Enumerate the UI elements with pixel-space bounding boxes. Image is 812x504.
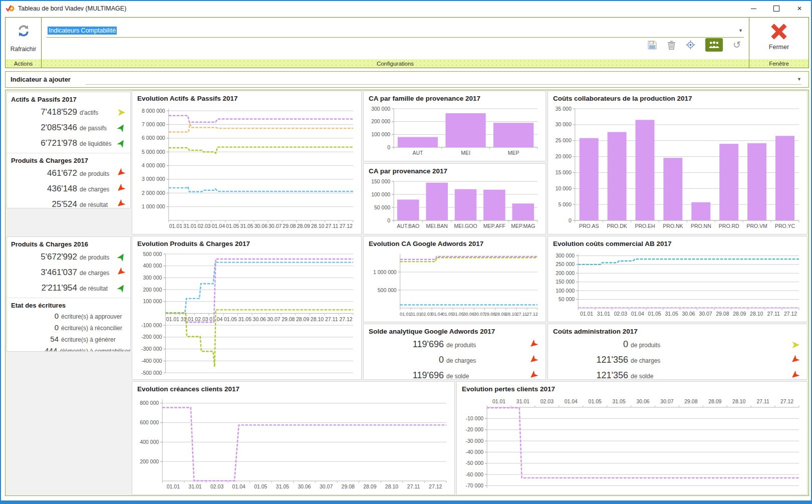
panel-evolution-ca-adwords: Evolution CA Google Adwords 2017 1 000 0… xyxy=(363,236,546,322)
kpi-value: 119'696 xyxy=(364,339,444,350)
panel-ca-provenance: CA par provenance 2017 150 000100 00050 … xyxy=(363,163,546,234)
svg-text:01.04: 01.04 xyxy=(565,398,578,404)
svg-text:31.01: 31.01 xyxy=(188,483,201,489)
svg-text:30.07: 30.07 xyxy=(699,311,712,317)
chart-canvas: 800 000600 000400 000200 00001.0131.0102… xyxy=(133,395,452,493)
kpi-label: de charges xyxy=(80,186,109,193)
trash-icon xyxy=(667,40,676,50)
svg-text:31.05: 31.05 xyxy=(665,311,678,317)
svg-text:150 000: 150 000 xyxy=(371,178,390,184)
svg-text:PRO.NN: PRO.NN xyxy=(691,223,711,229)
kpi-value: 119'696 xyxy=(364,370,444,380)
kpi-row: 0de produits➤ xyxy=(548,337,807,353)
svg-text:01.01: 01.01 xyxy=(400,312,411,317)
svg-text:400 000: 400 000 xyxy=(143,263,162,269)
svg-text:MEI.GOO: MEI.GOO xyxy=(454,223,477,229)
svg-text:31.01: 31.01 xyxy=(183,223,196,229)
svg-text:600 000: 600 000 xyxy=(140,419,159,425)
fenetre-caption: Fenêtre xyxy=(749,59,808,68)
kpi-label: de charges xyxy=(446,357,476,364)
chart-evolution-couts-commercial: 300 000250 000200 000150 000100 00050 00… xyxy=(549,250,805,320)
svg-text:28.09: 28.09 xyxy=(296,316,309,322)
target-button[interactable] xyxy=(686,40,695,50)
svg-text:3 000 000: 3 000 000 xyxy=(142,176,165,182)
kpi-value: 0 xyxy=(7,323,59,332)
chart-canvas: 300 000200 000100 0000AUTMEIMEP xyxy=(365,105,544,159)
trend-flat-icon: ➤ xyxy=(117,107,126,117)
trend-up-icon: ➤ xyxy=(115,281,128,294)
x-labels: 01.0131.0102.0301.0401.0531.0530.0630.07… xyxy=(492,398,793,404)
chevron-down-icon[interactable]: ▼ xyxy=(738,28,743,33)
kpi-value: 444 xyxy=(7,346,57,352)
chart-title: Evolution CA Google Adwords 2017 xyxy=(364,236,546,247)
kpi-label: de charges xyxy=(80,270,109,277)
svg-text:01.04: 01.04 xyxy=(232,483,245,489)
svg-text:31.05: 31.05 xyxy=(238,316,251,322)
kpi-label: écriture(s) à réconcilier xyxy=(61,325,122,332)
target-icon xyxy=(686,40,695,50)
kpi-label: de liquidités xyxy=(80,140,111,147)
svg-text:01.05: 01.05 xyxy=(648,311,661,317)
kpi-row: 2'211'954de résultat➤ xyxy=(7,281,130,296)
minimize-button[interactable] xyxy=(742,1,765,16)
chart-ca-provenance: 150 000100 00050 0000AUT.BAOMEI.BANMEI.G… xyxy=(365,177,544,232)
chevron-down-icon[interactable]: ▼ xyxy=(797,77,801,82)
close-button[interactable]: ✕ xyxy=(788,1,811,16)
fermer-button[interactable]: Fermer xyxy=(749,18,808,59)
series-solde xyxy=(165,259,353,322)
svg-text:01.04: 01.04 xyxy=(631,311,644,317)
kpi-label: de produits xyxy=(80,254,109,261)
chart-title: Evolution Actifs & Passifs 2017 xyxy=(132,91,361,102)
svg-text:28.09: 28.09 xyxy=(708,398,721,404)
x-labels: AUT.BAOMEI.BANMEI.GOOMEP.AFFMEP.MAG xyxy=(397,223,535,229)
indicator-label: Indicateur à ajouter xyxy=(11,76,71,83)
svg-text:27.12: 27.12 xyxy=(429,483,442,489)
chart-evolution-creances: 800 000600 000400 000200 00001.0131.0102… xyxy=(133,395,452,493)
indicator-combobox[interactable]: ▼ xyxy=(86,74,801,85)
save-button[interactable] xyxy=(647,40,657,50)
trend-down-icon: ➤ xyxy=(115,166,128,180)
svg-text:01.01: 01.01 xyxy=(166,316,179,322)
configurations-group: Indicateurs Comptabilité ▼ xyxy=(42,18,749,59)
svg-text:-40 000: -40 000 xyxy=(465,449,483,455)
delete-button[interactable] xyxy=(667,40,676,50)
trend-down-icon: ➤ xyxy=(527,353,541,367)
trend-down-icon: ➤ xyxy=(527,338,541,351)
chart-evolution-pertes: -10 000-20 000-30 000-40 000-50 000-60 0… xyxy=(458,395,805,493)
svg-text:20 000: 20 000 xyxy=(556,153,572,159)
x-labels: PRO.ASPRO.DKPRO.EHPRO.NKPRO.NNPRO.RDPRO.… xyxy=(579,223,795,229)
refresh-button[interactable]: Rafraichir xyxy=(6,18,41,59)
panel-evolution-actifs-passifs: Evolution Actifs & Passifs 2017 8 000 00… xyxy=(132,91,362,234)
users-button[interactable] xyxy=(705,38,723,52)
bar xyxy=(483,190,505,220)
configuration-combobox[interactable]: Indicateurs Comptabilité ▼ xyxy=(47,25,744,38)
kpi-label: écriture(s) à approuver xyxy=(61,313,122,320)
svg-text:800 000: 800 000 xyxy=(140,400,159,406)
svg-text:30.07: 30.07 xyxy=(474,312,485,317)
maximize-button[interactable] xyxy=(765,1,788,16)
svg-text:AUT.BAO: AUT.BAO xyxy=(397,223,419,229)
panel-evolution-creances: Evolution créances clients 2017 800 0006… xyxy=(132,381,455,495)
svg-text:31.05: 31.05 xyxy=(240,223,253,229)
chart-canvas: 150 000100 00050 0000AUT.BAOMEI.BANMEI.G… xyxy=(365,177,544,232)
series-teal xyxy=(578,259,799,265)
trend-flat-icon: ➤ xyxy=(791,339,800,350)
svg-text:01.05: 01.05 xyxy=(254,483,267,489)
chart-title: Coûts collaborateurs de la production 20… xyxy=(548,91,807,102)
svg-text:27.12: 27.12 xyxy=(784,311,797,317)
svg-text:-200 000: -200 000 xyxy=(141,334,162,340)
bar xyxy=(775,136,794,220)
fenetre-group: Fermer xyxy=(749,18,808,59)
actions-group: Rafraichir xyxy=(6,18,42,59)
svg-text:27.11: 27.11 xyxy=(407,483,420,489)
svg-text:28.09: 28.09 xyxy=(495,312,506,317)
kpi-label: de produits xyxy=(446,342,476,349)
undo-button[interactable]: ↺ xyxy=(733,40,741,50)
series-liquidites xyxy=(169,147,353,153)
kpi-label: d'actifs xyxy=(80,109,98,116)
svg-text:PRO.DK: PRO.DK xyxy=(607,223,627,229)
series-creances xyxy=(162,408,446,481)
trend-down-icon: ➤ xyxy=(789,369,802,380)
kpi-section-title: Produits & Charges 2017 xyxy=(7,153,130,166)
bar xyxy=(636,120,655,220)
